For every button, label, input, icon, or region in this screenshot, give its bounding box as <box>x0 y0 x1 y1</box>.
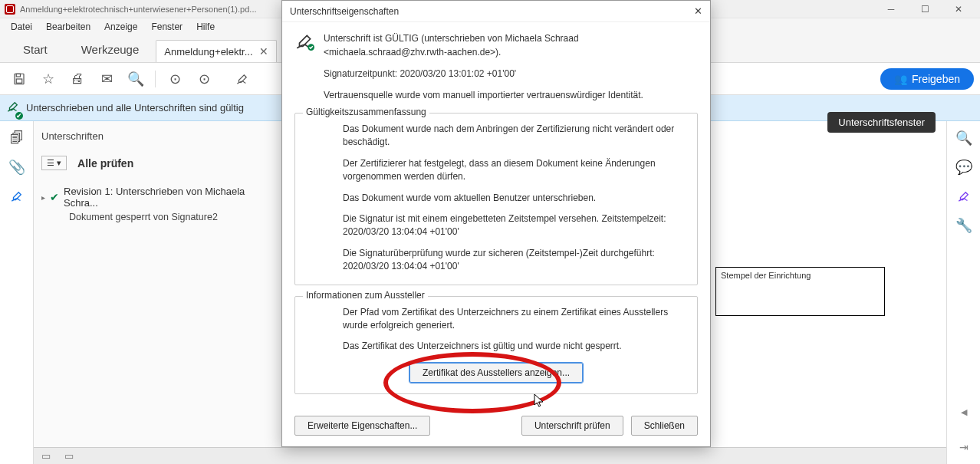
validity-item-1: Das Dokument wurde nach dem Anbringen de… <box>304 123 688 150</box>
validity-item-3: Das Dokument wurde vom aktuellen Benutze… <box>304 192 688 205</box>
close-dialog-button[interactable]: Schließen <box>631 416 698 436</box>
issuer-info-group: Informationen zum Aussteller Der Pfad vo… <box>294 296 698 394</box>
show-issuer-certificate-button[interactable]: Zertifikat des Ausstellers anzeigen... <box>409 363 583 383</box>
issuer-item-2: Das Zertifikat des Unterzeichners ist gü… <box>304 340 688 353</box>
dialog-titlebar: Unterschriftseigenschaften ✕ <box>282 1 710 22</box>
dialog-title-text: Unterschriftseigenschaften <box>290 6 399 17</box>
validity-item-2: Der Zertifizierer hat festgelegt, dass a… <box>304 157 688 184</box>
issuer-info-legend: Informationen zum Aussteller <box>303 290 428 301</box>
validity-summary-legend: Gültigkeitszusammenfassung <box>303 107 429 117</box>
dialog-overlay: Unterschriftseigenschaften ✕ Unterschrif… <box>0 0 980 464</box>
signature-valid-large-icon <box>294 31 314 102</box>
advanced-properties-button[interactable]: Erweiterte Eigenschaften... <box>294 416 430 436</box>
validity-item-4: Die Signatur ist mit einem eingebetteten… <box>304 212 688 239</box>
issuer-item-1: Der Pfad vom Zertifikat des Unterzeichne… <box>304 306 688 333</box>
signature-properties-dialog: Unterschriftseigenschaften ✕ Unterschrif… <box>281 0 711 447</box>
dialog-close-icon[interactable]: ✕ <box>694 5 702 17</box>
validity-summary-group: Gültigkeitszusammenfassung Das Dokument … <box>294 113 698 285</box>
dialog-sig-valid-text: Unterschrift ist GÜLTIG (unterschrieben … <box>324 31 698 59</box>
dialog-sig-time-text: Signaturzeitpunkt: 2020/03/20 13:01:02 +… <box>324 67 698 81</box>
verify-signature-button[interactable]: Unterschrift prüfen <box>521 416 623 436</box>
validity-item-5: Die Signaturüberprüfung wurde zur sicher… <box>304 247 688 274</box>
dialog-trust-source-text: Vertrauensquelle wurde vom manuell impor… <box>324 88 698 102</box>
